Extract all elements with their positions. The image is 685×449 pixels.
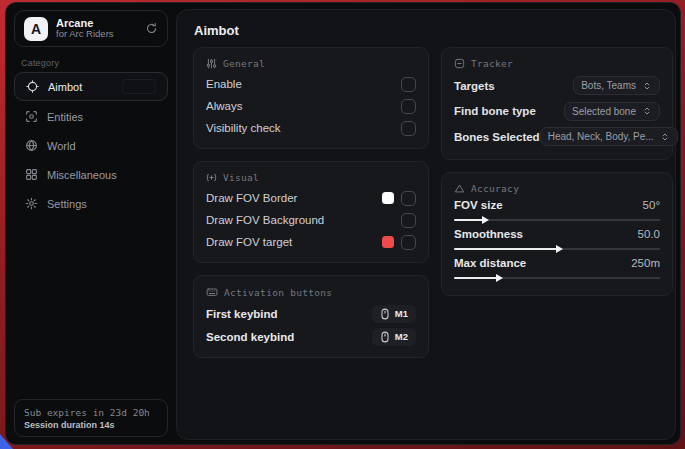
row-bones-selected: Bones Selected Head, Neck, Body, Pe... bbox=[454, 124, 660, 150]
fov-size-slider[interactable] bbox=[454, 219, 660, 221]
row-draw-fov-background: Draw FOV Background bbox=[206, 209, 416, 231]
slider-thumb[interactable] bbox=[496, 274, 503, 282]
row-label: Enable bbox=[206, 78, 242, 90]
draw-fov-background-checkbox[interactable] bbox=[401, 213, 416, 228]
smoothness-slider[interactable] bbox=[454, 248, 660, 250]
fov-size-slider-row: FOV size 50° bbox=[454, 199, 660, 221]
category-label: Category bbox=[21, 58, 59, 68]
row-label: Bones Selected bbox=[454, 131, 540, 143]
sliders-icon bbox=[206, 58, 217, 69]
row-label: Find bone type bbox=[454, 105, 536, 117]
sidebar-item-miscellaneous[interactable]: Miscellaneous bbox=[14, 160, 168, 189]
page-title: Aimbot bbox=[194, 23, 239, 38]
find-bone-type-dropdown[interactable]: Selected bone bbox=[564, 102, 660, 121]
globe-icon bbox=[25, 139, 38, 152]
row-draw-fov-border: Draw FOV Border bbox=[206, 187, 416, 209]
dropdown-value: Bots, Teams bbox=[581, 80, 636, 91]
left-column: General Enable Always Visibility check bbox=[193, 47, 429, 358]
sidebar-item-label: Aimbot bbox=[48, 81, 82, 93]
tracker-card: Tracker Targets Bots, Teams Find bone ty… bbox=[441, 47, 673, 160]
slider-thumb[interactable] bbox=[482, 216, 489, 224]
enable-checkbox[interactable] bbox=[401, 77, 416, 92]
row-always: Always bbox=[206, 95, 416, 117]
row-visibility-check: Visibility check bbox=[206, 117, 416, 139]
sidebar-item-aimbot[interactable]: Aimbot bbox=[14, 72, 168, 101]
row-label: Second keybind bbox=[206, 331, 294, 343]
chevrons-up-down-icon bbox=[642, 81, 652, 91]
bones-selected-dropdown[interactable]: Head, Neck, Body, Pe... bbox=[540, 127, 678, 146]
app-logo-box: A Arcane for Arc Riders bbox=[14, 10, 168, 47]
scan-icon bbox=[25, 110, 38, 123]
main-panel: Aimbot General Enable Always bbox=[176, 9, 676, 440]
row-draw-fov-target: Draw FOV target bbox=[206, 231, 416, 253]
focus-icon bbox=[206, 172, 217, 183]
activation-buttons-card: Activation buttons First keybind M1 Seco… bbox=[193, 275, 429, 358]
visibility-check-checkbox[interactable] bbox=[401, 121, 416, 136]
fov-size-value: 50° bbox=[643, 199, 660, 211]
slider-label: FOV size bbox=[454, 199, 503, 211]
sidebar-item-label: Miscellaneous bbox=[47, 169, 117, 181]
row-first-keybind: First keybind M1 bbox=[206, 302, 416, 325]
app-logo: A bbox=[24, 17, 48, 41]
row-label: Draw FOV Background bbox=[206, 214, 324, 226]
slider-thumb[interactable] bbox=[556, 245, 563, 253]
sidebar-item-world[interactable]: World bbox=[14, 131, 168, 160]
app-subtitle: for Arc Riders bbox=[56, 29, 137, 40]
crosshair-icon bbox=[26, 80, 39, 93]
max-distance-slider-row: Max distance 250m bbox=[454, 257, 660, 279]
tracker-icon bbox=[454, 58, 465, 69]
smoothness-slider-row: Smoothness 50.0 bbox=[454, 228, 660, 250]
row-second-keybind: Second keybind M2 bbox=[206, 325, 416, 348]
session-duration-text: Session duration 14s bbox=[24, 420, 158, 430]
dropdown-value: Selected bone bbox=[572, 106, 636, 117]
always-checkbox[interactable] bbox=[401, 99, 416, 114]
sidebar-item-settings[interactable]: Settings bbox=[14, 189, 168, 218]
card-title: General bbox=[223, 58, 265, 69]
targets-dropdown[interactable]: Bots, Teams bbox=[573, 76, 660, 95]
accuracy-card: Accuracy FOV size 50° Smoothne bbox=[441, 172, 673, 296]
max-distance-value: 250m bbox=[631, 257, 660, 269]
row-label: Always bbox=[206, 100, 242, 112]
row-label: Draw FOV target bbox=[206, 236, 292, 248]
mouse-icon bbox=[380, 308, 390, 320]
chevrons-up-down-icon bbox=[660, 132, 670, 142]
subscription-info-box: Sub expires in 23d 20h Session duration … bbox=[14, 399, 168, 437]
row-label: First keybind bbox=[206, 308, 278, 320]
row-label: Targets bbox=[454, 80, 495, 92]
max-distance-slider[interactable] bbox=[454, 277, 660, 279]
row-targets: Targets Bots, Teams bbox=[454, 73, 660, 99]
keybind-value: M2 bbox=[395, 331, 408, 342]
slider-label: Max distance bbox=[454, 257, 526, 269]
draw-fov-border-checkbox[interactable] bbox=[401, 191, 416, 206]
mouse-icon bbox=[380, 331, 390, 343]
triangle-icon bbox=[454, 183, 465, 194]
dropdown-value: Head, Neck, Body, Pe... bbox=[548, 131, 654, 142]
draw-fov-target-checkbox[interactable] bbox=[401, 235, 416, 250]
row-label: Visibility check bbox=[206, 122, 281, 134]
general-card: General Enable Always Visibility check bbox=[193, 47, 429, 149]
aimbot-shortcut-placeholder bbox=[122, 79, 156, 94]
sidebar: A Arcane for Arc Riders Category Aimbot bbox=[6, 3, 176, 444]
sidebar-item-label: Settings bbox=[47, 198, 87, 210]
gear-icon bbox=[25, 197, 38, 210]
grid-icon bbox=[25, 168, 38, 181]
first-keybind-button[interactable]: M1 bbox=[372, 305, 416, 323]
fov-border-color-swatch[interactable] bbox=[382, 192, 394, 204]
refresh-icon[interactable] bbox=[145, 22, 158, 35]
row-enable: Enable bbox=[206, 73, 416, 95]
card-title: Visual bbox=[223, 172, 259, 183]
row-label: Draw FOV Border bbox=[206, 192, 297, 204]
row-find-bone-type: Find bone type Selected bone bbox=[454, 99, 660, 125]
card-title: Tracker bbox=[471, 58, 513, 69]
app-window: A Arcane for Arc Riders Category Aimbot bbox=[5, 2, 681, 445]
card-title: Accuracy bbox=[471, 183, 519, 194]
sidebar-item-entities[interactable]: Entities bbox=[14, 102, 168, 131]
second-keybind-button[interactable]: M2 bbox=[372, 328, 416, 346]
visual-card: Visual Draw FOV Border Draw FOV Backgrou… bbox=[193, 161, 429, 263]
smoothness-value: 50.0 bbox=[638, 228, 660, 240]
keybind-value: M1 bbox=[395, 308, 408, 319]
sub-expiry-text: Sub expires in 23d 20h bbox=[24, 407, 158, 418]
slider-label: Smoothness bbox=[454, 228, 523, 240]
chevrons-up-down-icon bbox=[642, 106, 652, 116]
fov-target-color-swatch[interactable] bbox=[382, 236, 394, 248]
